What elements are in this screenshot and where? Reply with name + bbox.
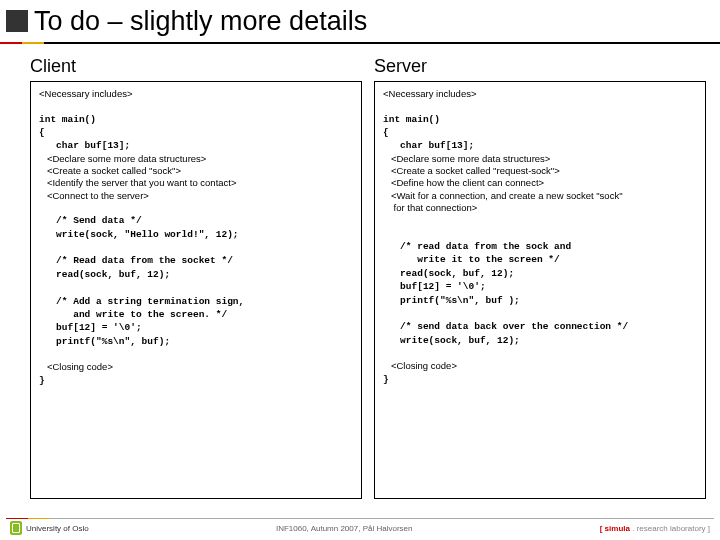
- server-heading: Server: [374, 56, 706, 77]
- footer: University of Oslo INF1060, Autumn 2007,…: [0, 518, 720, 540]
- client-heading: Client: [30, 56, 362, 77]
- server-column: Server <Necessary includes> int main() {…: [374, 56, 706, 499]
- server-code: <Necessary includes> int main() { char b…: [374, 81, 706, 499]
- footer-center: INF1060, Autumn 2007, Pål Halvorsen: [276, 524, 413, 533]
- footer-right: [ simula . research laboratory ]: [600, 524, 710, 533]
- title-bullet-icon: [6, 10, 28, 32]
- university-label: University of Oslo: [26, 524, 89, 533]
- title-divider: [0, 42, 720, 44]
- footer-left: University of Oslo: [10, 521, 89, 535]
- uio-logo-icon: [10, 521, 22, 535]
- slide-title: To do – slightly more details: [34, 6, 367, 37]
- client-code: <Necessary includes> int main() { char b…: [30, 81, 362, 499]
- columns: Client <Necessary includes> int main() {…: [0, 44, 720, 499]
- client-column: Client <Necessary includes> int main() {…: [30, 56, 362, 499]
- title-bar: To do – slightly more details: [0, 0, 720, 42]
